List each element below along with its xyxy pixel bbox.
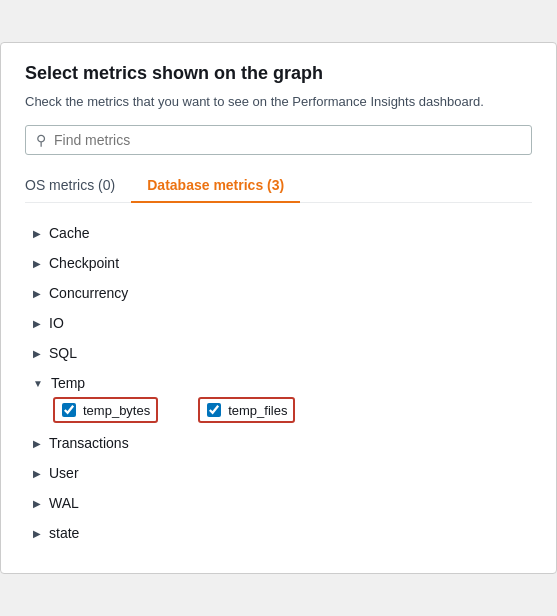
group-user: ▶ User bbox=[29, 459, 528, 487]
select-metrics-modal: Select metrics shown on the graph Check … bbox=[0, 42, 557, 574]
arrow-icon: ▶ bbox=[33, 438, 41, 449]
group-cache-header[interactable]: ▶ Cache bbox=[29, 219, 528, 247]
group-sql: ▶ SQL bbox=[29, 339, 528, 367]
temp-files-checkbox-wrap bbox=[206, 402, 222, 418]
search-icon: ⚲ bbox=[36, 132, 46, 148]
temp-files-checkbox[interactable] bbox=[207, 403, 221, 417]
arrow-icon: ▶ bbox=[33, 288, 41, 299]
group-transactions-header[interactable]: ▶ Transactions bbox=[29, 429, 528, 457]
group-transactions-label: Transactions bbox=[49, 435, 129, 451]
metric-item-temp-bytes: temp_bytes bbox=[53, 397, 158, 423]
metrics-list: ▶ Cache ▶ Checkpoint ▶ Concurrency ▶ IO bbox=[25, 219, 532, 547]
modal-title: Select metrics shown on the graph bbox=[25, 63, 532, 84]
temp-files-label: temp_files bbox=[228, 403, 287, 418]
arrow-down-icon: ▼ bbox=[33, 378, 43, 389]
group-state-header[interactable]: ▶ state bbox=[29, 519, 528, 547]
group-state: ▶ state bbox=[29, 519, 528, 547]
group-user-header[interactable]: ▶ User bbox=[29, 459, 528, 487]
arrow-icon: ▶ bbox=[33, 228, 41, 239]
group-concurrency-label: Concurrency bbox=[49, 285, 128, 301]
group-sql-header[interactable]: ▶ SQL bbox=[29, 339, 528, 367]
group-cache-label: Cache bbox=[49, 225, 89, 241]
group-concurrency: ▶ Concurrency bbox=[29, 279, 528, 307]
group-state-label: state bbox=[49, 525, 79, 541]
group-checkpoint-header[interactable]: ▶ Checkpoint bbox=[29, 249, 528, 277]
group-concurrency-header[interactable]: ▶ Concurrency bbox=[29, 279, 528, 307]
tab-database-metrics[interactable]: Database metrics (3) bbox=[131, 169, 300, 203]
group-temp-header[interactable]: ▼ Temp bbox=[29, 369, 528, 397]
group-temp-label: Temp bbox=[51, 375, 85, 391]
arrow-icon: ▶ bbox=[33, 528, 41, 539]
group-wal: ▶ WAL bbox=[29, 489, 528, 517]
group-checkpoint-label: Checkpoint bbox=[49, 255, 119, 271]
arrow-icon: ▶ bbox=[33, 318, 41, 329]
group-io-header[interactable]: ▶ IO bbox=[29, 309, 528, 337]
group-wal-label: WAL bbox=[49, 495, 79, 511]
group-io: ▶ IO bbox=[29, 309, 528, 337]
search-box: ⚲ bbox=[25, 125, 532, 155]
temp-bytes-checkbox-wrap bbox=[61, 402, 77, 418]
group-transactions: ▶ Transactions bbox=[29, 429, 528, 457]
group-wal-header[interactable]: ▶ WAL bbox=[29, 489, 528, 517]
tabs-container: OS metrics (0) Database metrics (3) bbox=[25, 169, 532, 203]
arrow-icon: ▶ bbox=[33, 348, 41, 359]
temp-bytes-label: temp_bytes bbox=[83, 403, 150, 418]
arrow-icon: ▶ bbox=[33, 258, 41, 269]
group-user-label: User bbox=[49, 465, 79, 481]
group-io-label: IO bbox=[49, 315, 64, 331]
group-sql-label: SQL bbox=[49, 345, 77, 361]
group-temp: ▼ Temp temp_bytes temp_files bbox=[29, 369, 528, 423]
group-checkpoint: ▶ Checkpoint bbox=[29, 249, 528, 277]
metric-item-temp-files: temp_files bbox=[198, 397, 295, 423]
modal-description: Check the metrics that you want to see o… bbox=[25, 94, 532, 109]
search-input[interactable] bbox=[54, 132, 521, 148]
arrow-icon: ▶ bbox=[33, 468, 41, 479]
group-cache: ▶ Cache bbox=[29, 219, 528, 247]
temp-bytes-checkbox[interactable] bbox=[62, 403, 76, 417]
temp-items: temp_bytes temp_files bbox=[29, 397, 528, 423]
arrow-icon: ▶ bbox=[33, 498, 41, 509]
tab-os-metrics[interactable]: OS metrics (0) bbox=[25, 169, 131, 203]
